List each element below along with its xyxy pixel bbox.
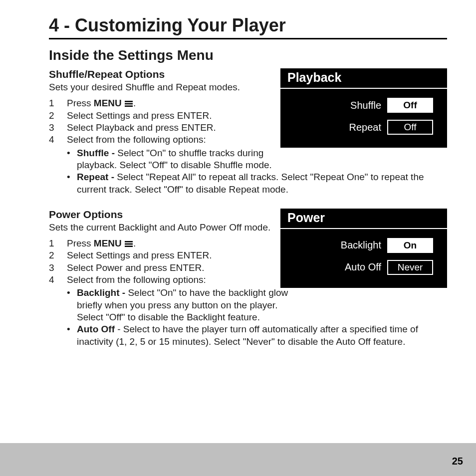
power-autooff-label: Auto Off	[294, 261, 381, 273]
power-row-autooff: Auto Off Never	[294, 260, 433, 275]
playback-shuffle-label: Shuffle	[294, 100, 381, 111]
bullet-label: Shuffle -	[77, 148, 117, 158]
svg-rect-0	[125, 101, 133, 102]
text: .	[133, 98, 136, 108]
svg-rect-1	[125, 103, 133, 105]
power-autooff-value: Never	[387, 260, 433, 275]
power-bullet-autooff: Auto Off - Select to have the player tur…	[67, 323, 447, 348]
power-bullet-backlight: Backlight - Select "On" to have the back…	[67, 287, 305, 323]
svg-rect-5	[125, 246, 133, 247]
playback-row-shuffle: Shuffle Off	[294, 98, 433, 113]
menu-icon	[124, 100, 133, 107]
playback-repeat-label: Repeat	[294, 122, 381, 133]
power-backlight-label: Backlight	[294, 239, 381, 251]
text: Press	[67, 98, 94, 108]
bullet-label: Backlight -	[77, 287, 128, 298]
text: Select from the following options:	[67, 274, 305, 286]
shuffle-bullet-repeat: Repeat - Select "Repeat All" to repeat a…	[67, 171, 447, 196]
shuffle-step-1: Press MENU .	[49, 97, 287, 109]
power-panel-title: Power	[280, 209, 447, 229]
shuffle-step-3: Select Playback and press ENTER.	[49, 122, 287, 134]
power-step-1: Press MENU .	[49, 238, 287, 249]
text: Press	[67, 238, 94, 248]
shuffle-step-4: Select from the following options: Shuff…	[49, 134, 447, 196]
svg-rect-4	[125, 243, 133, 245]
power-backlight-value: On	[387, 238, 433, 253]
bullet-label: Auto Off	[77, 324, 115, 334]
playback-shuffle-value: Off	[387, 98, 433, 113]
shuffle-bullet-shuffle: Shuffle - Select "On" to shuffle tracks …	[67, 147, 305, 172]
svg-rect-3	[125, 241, 133, 242]
playback-panel-title: Playback	[280, 68, 447, 89]
playback-repeat-value: Off	[387, 120, 433, 135]
svg-rect-2	[125, 106, 133, 107]
power-intro: Sets the current Backlight and Auto Powe…	[49, 222, 287, 234]
chapter-title: 4 - Customizing Your Player	[49, 15, 447, 39]
power-section: Power Backlight On Auto Off Never Power …	[49, 209, 447, 348]
menu-icon	[124, 240, 133, 247]
power-row-backlight: Backlight On	[294, 238, 433, 253]
menu-word: MENU	[94, 238, 122, 248]
shuffle-intro: Sets your desired Shuffle and Repeat mod…	[49, 81, 287, 93]
page-footer: 25	[0, 443, 476, 476]
power-step-2: Select Settings and press ENTER.	[49, 249, 287, 261]
playback-row-repeat: Repeat Off	[294, 120, 433, 135]
menu-word: MENU	[94, 98, 122, 108]
bullet-text: Select "Repeat All" to repeat all tracks…	[77, 172, 424, 194]
bullet-label: Repeat -	[77, 172, 117, 182]
text: .	[133, 238, 136, 248]
power-step-3: Select Power and press ENTER.	[49, 262, 287, 274]
shuffle-step-2: Select Settings and press ENTER.	[49, 110, 287, 122]
power-step-4: Select from the following options: Backl…	[49, 274, 447, 348]
text: Select from the following options:	[67, 134, 305, 146]
section-title: Inside the Settings Menu	[49, 47, 447, 63]
bullet-text: - Select to have the player turn off aut…	[77, 324, 418, 346]
page-number: 25	[452, 456, 463, 467]
shuffle-repeat-section: Playback Shuffle Off Repeat Off Shuffle/…	[49, 68, 447, 196]
